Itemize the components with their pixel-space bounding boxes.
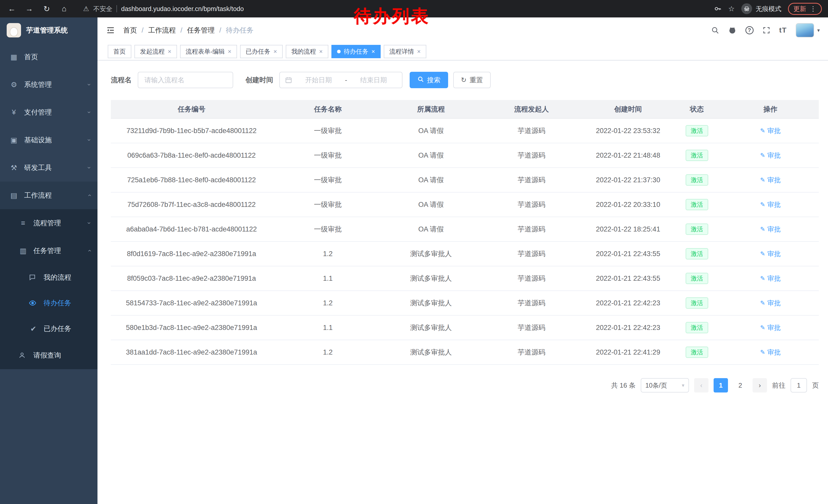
date-range-picker[interactable]: 开始日期 - 结束日期 [279,72,403,88]
approve-link[interactable]: ✎审批 [760,176,781,185]
sidebar-item-task-mgmt[interactable]: ▥ 任务管理 › [0,237,97,265]
table-row: 8f059c03-7ac8-11ec-a9e2-a2380e71991a 1.1… [111,266,819,291]
page-button-2[interactable]: 2 [733,378,747,393]
sidebar-item-done-tasks[interactable]: ✔ 已办任务 [0,316,97,341]
tab-my-process[interactable]: 我的流程 × [286,45,328,58]
next-page-button[interactable]: › [753,378,767,393]
sidebar-item-workflow[interactable]: ▤ 工作流程 › [0,182,97,209]
close-icon[interactable]: × [319,48,323,55]
breadcrumb-separator: / [219,27,221,34]
table-row: 75d72608-7b7f-11ec-a3c8-acde48001122 一级审… [111,192,819,217]
close-icon[interactable]: × [228,48,232,55]
browser-home-icon[interactable]: ⌂ [58,3,70,14]
close-icon[interactable]: × [274,48,277,55]
edit-icon: ✎ [760,176,765,184]
sidebar-item-system[interactable]: ⚙ 系统管理 › [0,71,97,98]
sidebar-item-devtools[interactable]: ⚒ 研发工具 › [0,154,97,182]
sidebar-item-payment[interactable]: ¥ 支付管理 › [0,98,97,126]
tab-form-edit[interactable]: 流程表单-编辑 × [180,45,237,58]
browser-reload-icon[interactable]: ↻ [41,3,52,14]
url-text[interactable]: dashboard.yudao.iocoder.cn/bpm/task/todo [121,5,244,12]
search-icon[interactable] [711,26,719,34]
approve-link[interactable]: ✎审批 [760,151,781,160]
approve-link[interactable]: ✎审批 [760,274,781,283]
edit-icon: ✎ [760,275,765,282]
goto-label: 前往 [772,381,785,390]
tab-process-detail[interactable]: 流程详情 × [384,45,426,58]
chrome-right-controls: ☆ 无痕模式 更新 ⋮ [714,3,822,15]
approve-link[interactable]: ✎审批 [760,200,781,209]
approve-link[interactable]: ✎审批 [760,225,781,234]
approve-link[interactable]: ✎审批 [760,126,781,135]
approve-link[interactable]: ✎审批 [760,323,781,332]
tab-start-process[interactable]: 发起流程 × [134,45,177,58]
prev-page-button[interactable]: ‹ [694,378,708,393]
goto-page-input[interactable]: 1 [791,378,807,393]
sidebar-collapse-icon[interactable] [106,26,115,35]
tab-home[interactable]: 首页 [108,45,131,58]
close-icon[interactable]: × [168,48,171,55]
edit-icon: ✎ [760,300,765,307]
browser-back-icon[interactable]: ← [6,3,17,14]
monitor-icon: ▣ [9,136,18,144]
chevron-down-icon: › [86,222,93,224]
help-icon[interactable]: ? [745,26,754,34]
status-badge: 激活 [686,125,708,136]
sidebar-item-home[interactable]: ▦ 首页 [0,43,97,71]
page-button-1[interactable]: 1 [714,378,728,393]
chevron-down-icon: › [86,111,93,113]
end-date-placeholder: 结束日期 [350,76,397,85]
edit-icon: ✎ [760,127,765,134]
bookmark-star-icon[interactable]: ☆ [728,5,735,13]
sidebar-item-infra[interactable]: ▣ 基础设施 › [0,126,97,154]
app-logo [7,23,21,37]
font-size-icon[interactable]: tT [779,26,787,34]
table-row: 580e1b3d-7ac8-11ec-a9e2-a2380e71991a 1.1… [111,315,819,340]
breadcrumb-separator: / [141,27,143,34]
tab-done-tasks[interactable]: 已办任务 × [240,45,283,58]
close-icon[interactable]: × [417,48,421,55]
range-separator: - [345,76,347,84]
double-check-icon: ✔ [29,325,38,333]
browser-menu-icon[interactable]: ⋮ [810,5,817,13]
sidebar-item-todo-tasks[interactable]: 待办任务 [0,290,97,316]
eye-icon [29,299,38,307]
close-icon[interactable]: × [371,48,375,55]
incognito-profile-chip[interactable]: 无痕模式 [741,3,781,14]
fullscreen-icon[interactable] [762,26,771,34]
sidebar-item-my-process[interactable]: 我的流程 [0,265,97,290]
update-label: 更新 [793,5,806,13]
incognito-label: 无痕模式 [756,5,781,13]
page-size-select[interactable]: 10条/页 ▾ [641,378,689,393]
header-actions: ? tT ▾ [711,23,820,37]
table-row: 069c6a63-7b8a-11ec-8ef0-acde48001122 一级审… [111,143,819,168]
breadcrumb-current: 待办任务 [226,26,254,35]
browser-forward-icon[interactable]: → [24,3,35,14]
active-tab-dot [337,50,341,53]
breadcrumb-task-mgmt[interactable]: 任务管理 [187,26,215,35]
user-icon [18,352,28,359]
breadcrumb-workflow[interactable]: 工作流程 [148,26,176,35]
reset-button[interactable]: ↻ 重置 [453,72,491,88]
sidebar-item-leave-query[interactable]: 请假查询 [0,341,97,369]
breadcrumb-home[interactable]: 首页 [123,26,137,35]
approve-link[interactable]: ✎审批 [760,299,781,308]
sidebar-item-process-mgmt[interactable]: ≡ 流程管理 › [0,209,97,237]
annotation-todo-list: 待办列表 [354,5,430,28]
chevron-down-icon: › [86,167,93,169]
avatar[interactable] [796,23,814,37]
col-actions: 操作 [722,100,819,119]
edit-icon: ✎ [760,201,765,208]
status-badge: 激活 [686,199,708,210]
github-icon[interactable] [728,26,737,35]
user-avatar-dropdown[interactable]: ▾ [796,23,820,37]
security-label[interactable]: 不安全 [93,5,112,13]
search-button[interactable]: 搜索 [410,72,448,88]
password-key-icon[interactable] [714,5,721,12]
approve-link[interactable]: ✎审批 [760,249,781,259]
status-badge: 激活 [686,248,708,260]
update-button[interactable]: 更新 ⋮ [788,3,822,15]
approve-link[interactable]: ✎审批 [760,348,781,357]
process-name-input[interactable]: 请输入流程名 [138,72,233,88]
tab-todo-tasks[interactable]: 待办任务 × [331,45,381,58]
